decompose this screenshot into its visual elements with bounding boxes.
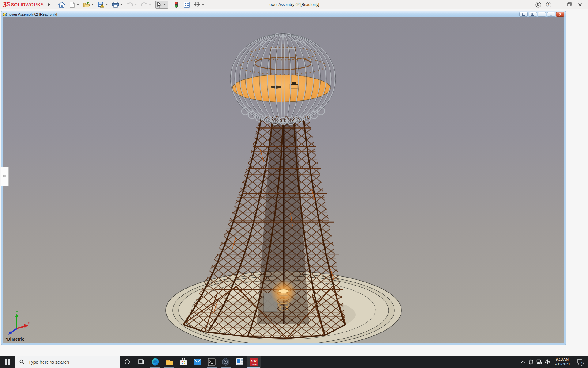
- tower-assembly-model: [3, 17, 564, 343]
- tray-volume-button[interactable]: [543, 356, 552, 368]
- triad-axes-icon: [6, 311, 30, 335]
- select-tool-dropdown[interactable]: [164, 4, 166, 5]
- taskbar-search[interactable]: [15, 356, 120, 368]
- show-desktop-button[interactable]: [586, 356, 588, 368]
- print-icon: [112, 2, 119, 8]
- new-document-icon: [70, 2, 75, 8]
- rebuild-button[interactable]: [172, 1, 180, 9]
- taskbar-app-command-prompt[interactable]: [205, 356, 219, 368]
- feature-tree-splitter-tab[interactable]: [1, 167, 9, 186]
- taskbar-app-mail[interactable]: [190, 356, 205, 368]
- new-document-button[interactable]: [68, 1, 76, 9]
- assembly-document-icon: [3, 12, 7, 17]
- cortana-button[interactable]: [120, 356, 134, 368]
- search-icon: [19, 359, 24, 364]
- open-dropdown[interactable]: [92, 4, 93, 5]
- edrawings-hexagon-icon: [222, 358, 230, 366]
- file-properties-icon: [184, 2, 190, 8]
- open-folder-icon: [83, 2, 90, 8]
- action-center-button[interactable]: 1: [573, 356, 586, 368]
- undo-button[interactable]: [126, 1, 134, 9]
- taskbar-app-solidworks[interactable]: SW 2021: [247, 356, 261, 368]
- doc-close-button[interactable]: [556, 12, 564, 17]
- photos-app-icon: [236, 358, 244, 366]
- lattice-tower: [183, 116, 346, 339]
- splitter-grip-icon: [3, 175, 6, 177]
- new-document-dropdown[interactable]: [77, 4, 79, 5]
- home-button[interactable]: [58, 1, 66, 9]
- save-dropdown[interactable]: [106, 4, 108, 5]
- options-dropdown[interactable]: [202, 4, 204, 5]
- tray-codemeter-button[interactable]: [527, 356, 535, 368]
- monitor-sync-icon: [528, 359, 534, 365]
- reference-triad: x: [6, 311, 30, 335]
- account-button[interactable]: [533, 0, 543, 9]
- task-view-button[interactable]: [134, 356, 148, 368]
- cortana-icon: [124, 359, 130, 365]
- tile-right-icon: [531, 13, 534, 16]
- options-button[interactable]: [193, 1, 201, 9]
- taskbar-app-store[interactable]: [176, 356, 190, 368]
- start-button[interactable]: [0, 356, 15, 368]
- restore-button[interactable]: [564, 0, 575, 9]
- taskbar-app-file-explorer[interactable]: [162, 356, 176, 368]
- task-view-icon: [138, 359, 144, 365]
- minimize-button[interactable]: [554, 0, 564, 9]
- restore-icon: [567, 2, 572, 7]
- home-icon: [58, 2, 65, 8]
- edge-icon: [151, 358, 159, 366]
- graphics-viewport[interactable]: x *Dimetric: [3, 17, 564, 343]
- help-icon: ?: [546, 2, 551, 7]
- doc-restore-button[interactable]: [547, 12, 555, 17]
- app-titlebar: ƷS SOLIDWORKS: [0, 0, 588, 9]
- tray-network-button[interactable]: [535, 356, 543, 368]
- doc-minimize-icon: [540, 13, 544, 16]
- print-button[interactable]: [111, 1, 119, 9]
- document-title: tower Assembly 02 [Read-only]: [9, 13, 57, 16]
- redo-dropdown[interactable]: [149, 4, 151, 5]
- doc-tile-left-button[interactable]: [519, 12, 528, 17]
- undo-icon: [126, 2, 133, 7]
- search-input[interactable]: [28, 359, 111, 365]
- help-button[interactable]: ?: [543, 0, 554, 9]
- open-button[interactable]: [82, 1, 91, 9]
- select-tool-group[interactable]: [155, 1, 168, 9]
- tray-overflow-button[interactable]: [518, 356, 527, 368]
- undo-dropdown[interactable]: [135, 4, 137, 5]
- close-button[interactable]: [575, 0, 585, 9]
- ethernet-network-icon: [536, 359, 542, 364]
- save-button[interactable]: [97, 1, 105, 9]
- file-explorer-icon: [165, 358, 173, 366]
- doc-tile-right-button[interactable]: [529, 12, 537, 17]
- redo-icon: [141, 2, 148, 7]
- file-properties-button[interactable]: [183, 1, 191, 9]
- doc-minimize-button[interactable]: [538, 12, 546, 17]
- store-icon: [180, 358, 187, 366]
- solidworks-logo: ƷS SOLIDWORKS: [0, 1, 44, 8]
- taskbar-app-edge[interactable]: [148, 356, 162, 368]
- dome-electrode-cage: [230, 33, 336, 125]
- system-tray: 9:13 AM 2/19/2021 1: [518, 356, 588, 368]
- view-orientation-label: *Dimetric: [6, 337, 24, 342]
- taskbar-clock[interactable]: 9:13 AM 2/19/2021: [552, 357, 573, 366]
- taskbar-app-photos[interactable]: [233, 356, 247, 368]
- save-icon: [98, 2, 104, 8]
- rebuild-traffic-light-icon: [175, 1, 178, 8]
- options-gear-icon: [194, 1, 200, 8]
- clock-time: 9:13 AM: [552, 357, 573, 362]
- doc-restore-icon: [549, 13, 553, 16]
- command-prompt-icon: [208, 358, 216, 366]
- document-window: tower Assembly 02 [Read-only]: [1, 11, 566, 345]
- dassault-mark: ƷS: [3, 1, 10, 8]
- triad-x-label: x: [28, 321, 30, 324]
- solidworks-app-icon: SW 2021: [250, 358, 258, 366]
- select-cursor-icon: [156, 2, 162, 8]
- menu-flyout-arrow-icon[interactable]: [48, 3, 50, 6]
- redo-button[interactable]: [140, 1, 148, 9]
- print-dropdown[interactable]: [120, 4, 122, 5]
- document-titlebar[interactable]: tower Assembly 02 [Read-only]: [1, 11, 566, 17]
- close-icon: [578, 3, 582, 7]
- windows-logo-icon: [5, 359, 10, 365]
- account-person-icon: [535, 2, 541, 8]
- taskbar-app-edrawings[interactable]: [219, 356, 233, 368]
